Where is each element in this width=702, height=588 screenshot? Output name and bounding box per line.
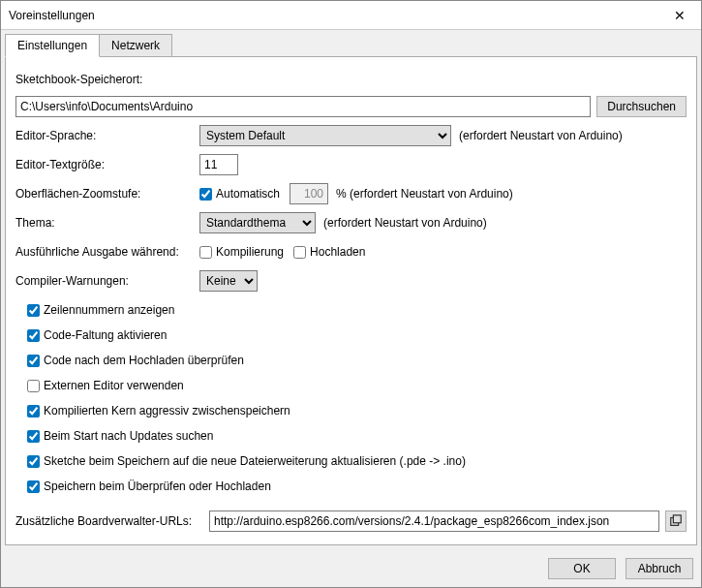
opt-save-verify-label: Speichern beim Überprüfen oder Hochladen	[44, 480, 271, 493]
opt-save-verify-cb[interactable]	[27, 480, 40, 493]
opt-save-verify[interactable]: Speichern beim Überprüfen oder Hochladen	[27, 480, 271, 493]
opt-check-updates-cb[interactable]	[27, 430, 40, 443]
warnings-select[interactable]: Keine	[199, 270, 258, 292]
boards-url-input[interactable]	[209, 511, 659, 532]
boards-url-expand-button[interactable]	[665, 511, 687, 532]
opt-update-ext-label: Sketche beim Speichern auf die neue Date…	[44, 454, 466, 468]
boards-url-label: Zusätzliche Boardverwalter-URLs:	[15, 514, 209, 528]
titlebar: Voreinstellungen ✕	[1, 1, 701, 30]
opt-aggressive-cache-label: Kompilierten Kern aggressiv zwischenspei…	[44, 404, 290, 418]
dialog-footer: OK Abbruch	[1, 550, 701, 587]
cancel-button[interactable]: Abbruch	[626, 558, 693, 579]
ok-button[interactable]: OK	[548, 558, 616, 579]
zoom-auto-checkbox[interactable]	[199, 188, 212, 201]
zoom-value-input	[290, 183, 328, 204]
verbose-compile-wrap[interactable]: Kompilierung	[199, 245, 284, 259]
tab-settings[interactable]: Einstellungen	[5, 34, 100, 57]
opt-code-folding-label: Code-Faltung aktivieren	[44, 328, 167, 342]
tabs: Einstellungen Netzwerk	[1, 30, 701, 57]
verbose-upload-label: Hochladen	[310, 245, 365, 259]
fontsize-input[interactable]	[199, 154, 238, 175]
opt-update-ext[interactable]: Sketche beim Speichern auf die neue Date…	[27, 454, 466, 468]
opt-external-editor-label: Externen Editor verwenden	[44, 379, 184, 392]
language-label: Editor-Sprache:	[15, 129, 199, 142]
window-expand-icon	[669, 514, 683, 528]
theme-hint: (erfordert Neustart von Arduino)	[323, 216, 487, 230]
more-prefs-line1: Mehr Voreinstellungen können direkt in d…	[15, 543, 363, 545]
preferences-window: Voreinstellungen ✕ Einstellungen Netzwer…	[0, 0, 702, 588]
close-icon: ✕	[674, 8, 686, 23]
opt-external-editor-cb[interactable]	[27, 380, 40, 392]
language-select[interactable]: System Default	[199, 125, 451, 146]
options-list: Zeilennummern anzeigen Code-Faltung akti…	[27, 299, 687, 497]
opt-external-editor[interactable]: Externen Editor verwenden	[27, 379, 184, 392]
theme-select[interactable]: Standardthema	[199, 212, 316, 233]
opt-check-updates[interactable]: Beim Start nach Updates suchen	[27, 429, 213, 443]
opt-code-folding[interactable]: Code-Faltung aktivieren	[27, 328, 167, 342]
opt-check-updates-label: Beim Start nach Updates suchen	[44, 429, 213, 443]
warnings-label: Compiler-Warnungen:	[15, 274, 199, 288]
opt-verify-upload-label: Code nach dem Hochladen überprüfen	[44, 354, 244, 367]
opt-update-ext-cb[interactable]	[27, 455, 40, 468]
window-title: Voreinstellungen	[9, 9, 95, 22]
opt-line-numbers-cb[interactable]	[27, 304, 40, 317]
verbose-upload-checkbox[interactable]	[293, 246, 306, 259]
browse-button[interactable]: Durchsuchen	[596, 96, 687, 117]
opt-line-numbers[interactable]: Zeilennummern anzeigen	[27, 303, 174, 317]
opt-verify-upload-cb[interactable]	[27, 355, 40, 367]
verbose-label: Ausführliche Ausgabe während:	[15, 245, 199, 259]
sketchbook-label: Sketchbook-Speicherort:	[15, 73, 142, 86]
zoom-auto-label: Automatisch	[216, 187, 280, 201]
verbose-upload-wrap[interactable]: Hochladen	[293, 245, 365, 259]
opt-code-folding-cb[interactable]	[27, 329, 40, 342]
fontsize-label: Editor-Textgröße:	[15, 158, 199, 171]
opt-line-numbers-label: Zeilennummern anzeigen	[44, 303, 174, 317]
zoom-auto-wrap[interactable]: Automatisch	[199, 187, 280, 201]
verbose-compile-label: Kompilierung	[216, 245, 284, 259]
opt-aggressive-cache-cb[interactable]	[27, 405, 40, 418]
opt-aggressive-cache[interactable]: Kompilierten Kern aggressiv zwischenspei…	[27, 404, 290, 418]
theme-label: Thema:	[15, 216, 199, 230]
zoom-label: Oberflächen-Zoomstufe:	[15, 187, 199, 201]
tab-network[interactable]: Netzwerk	[99, 34, 172, 57]
opt-verify-upload[interactable]: Code nach dem Hochladen überprüfen	[27, 354, 244, 367]
zoom-hint: % (erfordert Neustart von Arduino)	[336, 187, 513, 201]
svg-rect-1	[673, 515, 681, 523]
verbose-compile-checkbox[interactable]	[199, 246, 212, 259]
sketchbook-path-input[interactable]	[15, 96, 591, 117]
language-hint: (erfordert Neustart von Arduino)	[459, 129, 623, 142]
settings-panel: Sketchbook-Speicherort: Durchsuchen Edit…	[5, 56, 697, 545]
close-button[interactable]: ✕	[657, 1, 701, 30]
